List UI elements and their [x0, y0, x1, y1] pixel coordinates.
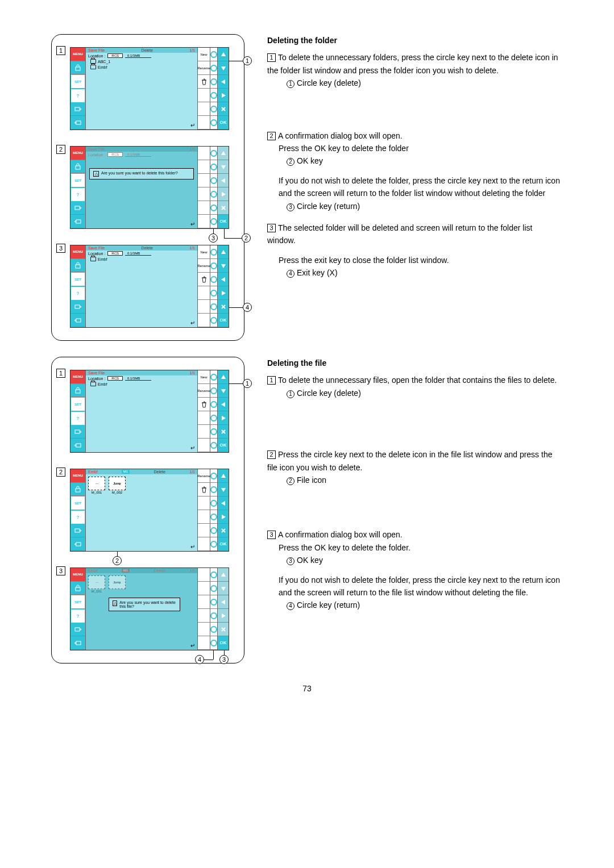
exit-key[interactable]: [218, 102, 229, 116]
left-key[interactable]: [218, 398, 229, 411]
set-key[interactable]: SET: [70, 496, 85, 510]
exit-key[interactable]: [218, 524, 229, 537]
folder-item[interactable]: Embf: [86, 381, 197, 387]
up-key[interactable]: [218, 370, 229, 384]
exit-key[interactable]: [218, 300, 229, 314]
circle-key[interactable]: [210, 496, 217, 510]
lock-key[interactable]: [70, 259, 85, 273]
help-key[interactable]: ?: [70, 187, 85, 202]
up-key[interactable]: [218, 48, 229, 61]
set-key[interactable]: SET: [70, 173, 85, 187]
set-key[interactable]: SET: [70, 74, 85, 89]
ok-key[interactable]: OK: [218, 116, 229, 130]
left-key[interactable]: [218, 273, 229, 286]
left-key[interactable]: [218, 496, 229, 510]
import-key[interactable]: [70, 537, 85, 551]
menu-key[interactable]: MENU: [70, 568, 85, 582]
circle-key-rename[interactable]: [210, 61, 217, 75]
file-item[interactable]: JumpM_002: [109, 477, 126, 494]
up-key[interactable]: [218, 245, 229, 259]
export-key[interactable]: [70, 301, 85, 314]
circle-key[interactable]: [210, 595, 217, 609]
circle-key[interactable]: [210, 300, 217, 314]
help-key[interactable]: ?: [70, 89, 85, 103]
help-key[interactable]: ?: [70, 286, 85, 301]
circle-key[interactable]: [210, 187, 217, 201]
folder-item[interactable]: Embf: [86, 256, 197, 262]
help-key[interactable]: ?: [70, 609, 85, 623]
circle-key-return[interactable]: [210, 537, 217, 551]
left-key[interactable]: [218, 75, 229, 89]
set-key[interactable]: SET: [70, 595, 85, 609]
export-key[interactable]: [70, 425, 85, 439]
export-key[interactable]: [70, 623, 85, 637]
circle-key-rename[interactable]: [210, 469, 217, 483]
export-key[interactable]: [70, 524, 85, 538]
circle-key-return[interactable]: [210, 439, 217, 452]
circle-key-new[interactable]: [210, 48, 217, 61]
file-item[interactable]: ⋯M_001: [88, 477, 105, 494]
circle-key[interactable]: [210, 160, 217, 174]
circle-key[interactable]: [210, 623, 217, 636]
ok-key[interactable]: OK: [218, 439, 229, 452]
folder-item[interactable]: ABC_1: [86, 59, 197, 64]
circle-key[interactable]: [210, 524, 217, 537]
right-key[interactable]: [218, 411, 229, 425]
menu-key[interactable]: MENU: [70, 147, 85, 160]
circle-key[interactable]: [210, 425, 217, 439]
set-key[interactable]: SET: [70, 272, 85, 286]
help-key[interactable]: ?: [70, 510, 85, 524]
lock-key[interactable]: [70, 160, 85, 174]
menu-key[interactable]: MENU: [70, 370, 85, 384]
circle-key[interactable]: [210, 102, 217, 116]
circle-key-delete[interactable]: [210, 398, 217, 411]
circle-key-new[interactable]: [210, 370, 217, 384]
circle-key-rename[interactable]: [210, 259, 217, 273]
export-key[interactable]: [70, 202, 85, 215]
circle-key[interactable]: [210, 286, 217, 300]
circle-key-new[interactable]: [210, 245, 217, 259]
circle-key[interactable]: [210, 609, 217, 623]
down-key[interactable]: [218, 483, 229, 496]
export-key[interactable]: [70, 103, 85, 116]
set-key[interactable]: SET: [70, 397, 85, 411]
import-key[interactable]: [70, 439, 85, 452]
ok-key[interactable]: OK: [218, 636, 229, 650]
circle-key[interactable]: [210, 582, 217, 595]
down-key[interactable]: [218, 259, 229, 273]
ok-key[interactable]: OK: [218, 215, 229, 228]
lock-key[interactable]: [70, 483, 85, 496]
circle-key[interactable]: [210, 510, 217, 524]
import-key[interactable]: [70, 314, 85, 327]
circle-key[interactable]: [210, 174, 217, 187]
lock-key[interactable]: [70, 582, 85, 595]
import-key[interactable]: [70, 215, 85, 228]
ok-key[interactable]: OK: [218, 314, 229, 327]
circle-key-delete[interactable]: [210, 483, 217, 496]
circle-key-return[interactable]: [210, 215, 217, 228]
lock-key[interactable]: [70, 384, 85, 398]
import-key[interactable]: [70, 636, 85, 650]
circle-key-rename[interactable]: [210, 384, 217, 398]
circle-key-return[interactable]: [210, 116, 217, 130]
circle-key[interactable]: [210, 147, 217, 160]
circle-key[interactable]: [210, 89, 217, 102]
ok-key[interactable]: OK: [218, 537, 229, 551]
menu-key[interactable]: MENU: [70, 48, 85, 61]
menu-key[interactable]: MENU: [70, 469, 85, 483]
circle-key-return[interactable]: [210, 314, 217, 327]
right-key[interactable]: [218, 510, 229, 524]
up-key[interactable]: [218, 469, 229, 483]
circle-key-delete[interactable]: [210, 273, 217, 286]
right-key[interactable]: [218, 286, 229, 300]
folder-item[interactable]: Embf: [86, 64, 197, 70]
exit-key[interactable]: [218, 425, 229, 439]
circle-key[interactable]: [210, 568, 217, 582]
circle-key-return[interactable]: [210, 636, 217, 650]
down-key[interactable]: [218, 384, 229, 398]
import-key[interactable]: [70, 116, 85, 130]
circle-key-delete[interactable]: [210, 75, 217, 89]
right-key[interactable]: [218, 89, 229, 102]
down-key[interactable]: [218, 61, 229, 75]
menu-key[interactable]: MENU: [70, 245, 85, 259]
